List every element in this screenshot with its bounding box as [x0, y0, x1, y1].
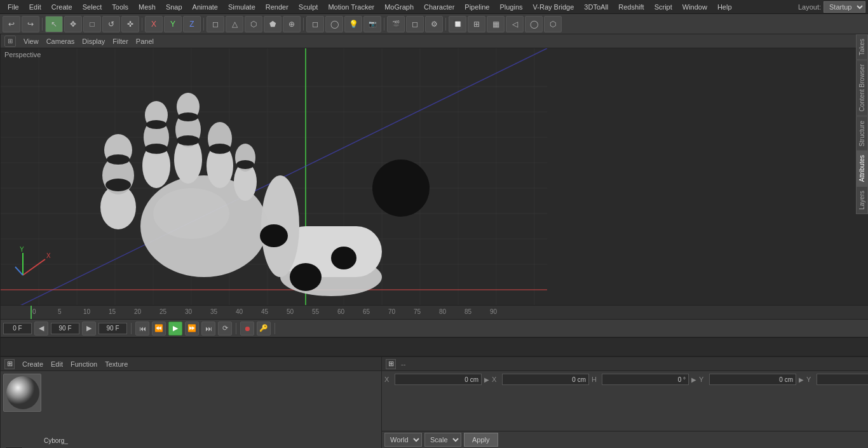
uv-mode-button[interactable]: ⊕ — [283, 16, 301, 32]
edge-mode-button[interactable]: ⬡ — [245, 16, 262, 32]
axis-y-button[interactable]: Y — [164, 16, 182, 32]
tab-layers[interactable]: Layers — [856, 186, 868, 214]
sphere-primitive-button[interactable]: ◯ — [325, 16, 343, 32]
menu-sculpt[interactable]: Sculpt — [294, 2, 323, 12]
mat-menu-function[interactable]: Function — [71, 360, 97, 368]
tab-takes[interactable]: Takes — [856, 34, 868, 60]
menu-character[interactable]: Character — [419, 2, 459, 12]
menu-3dtoall[interactable]: 3DToAll — [579, 2, 613, 12]
coord-y-size-input[interactable] — [817, 374, 868, 385]
move-tool-button[interactable]: ✥ — [64, 16, 82, 32]
coord-x-pos-input[interactable] — [395, 374, 482, 385]
preview-start-input[interactable] — [98, 323, 127, 334]
snap-button[interactable]: 🔲 — [449, 16, 466, 32]
play-btn[interactable]: ▶ — [168, 322, 182, 336]
material-content: Cyborg_ — [1, 371, 381, 448]
mat-menu-create[interactable]: Create — [22, 360, 43, 368]
rotate-tool-button[interactable]: ↺ — [102, 16, 120, 32]
menu-snap[interactable]: Snap — [161, 2, 187, 12]
menu-pipeline[interactable]: Pipeline — [459, 2, 494, 12]
tab-attributes[interactable]: Attributes — [856, 151, 868, 186]
tab-structure[interactable]: Structure — [856, 116, 868, 151]
menu-create[interactable]: Create — [46, 2, 78, 12]
viewport-canvas[interactable]: Perspective X Y Grid Spacing : 10 cm — [1, 48, 868, 305]
record-btn[interactable]: ⏺ — [240, 322, 254, 336]
cube-primitive-button[interactable]: ◻ — [306, 16, 324, 32]
vp-menu-cameras[interactable]: Cameras — [46, 37, 75, 45]
render-view-button[interactable]: 🎬 — [387, 16, 405, 32]
vp-menu-filter[interactable]: Filter — [112, 37, 128, 45]
vp-menu-panel[interactable]: Panel — [136, 37, 154, 45]
prev-keyframe-btn[interactable]: ◀ — [34, 322, 48, 336]
menu-file[interactable]: File — [3, 2, 24, 12]
menu-simulate[interactable]: Simulate — [223, 2, 261, 12]
menu-edit[interactable]: Edit — [24, 2, 46, 12]
scale-select[interactable]: Scale — [424, 433, 461, 447]
transform-tool-button[interactable]: ✜ — [121, 16, 139, 32]
menu-motion-tracker[interactable]: Motion Tracker — [323, 2, 379, 12]
menu-help[interactable]: Help — [712, 2, 737, 12]
solo-button[interactable]: ◯ — [525, 16, 543, 32]
vp-menu-view[interactable]: View — [24, 37, 39, 45]
workplane-button[interactable]: ◁ — [506, 16, 524, 32]
tl-marker-90: 90 — [490, 308, 497, 315]
grid-button[interactable]: ▦ — [487, 16, 505, 32]
coords-panel-icon[interactable]: ⊞ — [386, 359, 396, 369]
svg-point-46 — [177, 135, 200, 146]
menu-render[interactable]: Render — [261, 2, 294, 12]
mat-panel-icon[interactable]: ⊞ — [4, 359, 15, 369]
coord-y-arrow: ▶ — [797, 376, 805, 383]
next-frame-btn[interactable]: ⏩ — [185, 322, 199, 336]
select-tool-button[interactable]: ↖ — [45, 16, 63, 32]
menu-animate[interactable]: Animate — [187, 2, 223, 12]
apply-button[interactable]: Apply — [464, 433, 498, 447]
mat-menu-edit[interactable]: Edit — [51, 360, 63, 368]
point-mode-button[interactable]: △ — [226, 16, 243, 32]
menu-tools[interactable]: Tools — [107, 2, 133, 12]
polygon-mode-button[interactable]: ⬟ — [264, 16, 281, 32]
coord-h-rot-input[interactable] — [602, 374, 689, 385]
world-select[interactable]: World — [384, 433, 422, 447]
redo-button[interactable]: ↪ — [22, 16, 39, 32]
display-button[interactable]: ⬡ — [544, 16, 562, 32]
svg-point-53 — [236, 160, 254, 169]
axis-x-button[interactable]: X — [145, 16, 163, 32]
coord-y-label: Y — [699, 376, 708, 383]
material-thumbnail[interactable] — [3, 374, 41, 412]
render-button[interactable]: ◻ — [406, 16, 424, 32]
menu-plugins[interactable]: Plugins — [494, 2, 527, 12]
loop-btn[interactable]: ⟳ — [218, 322, 232, 336]
timeline-controls: ◀ ▶ ⏮ ⏪ ▶ ⏩ ⏭ ⟳ ⏺ 🔑 ✥ □ ↺ ⬡ ⊞ — [1, 320, 868, 337]
start-frame-input[interactable] — [3, 323, 32, 334]
end-frame-input[interactable] — [51, 323, 79, 334]
timeline-playhead[interactable] — [31, 306, 32, 319]
mat-menu-texture[interactable]: Texture — [105, 360, 128, 368]
object-mode-button[interactable]: ◻ — [207, 16, 224, 32]
camera-button[interactable]: 📷 — [363, 16, 381, 32]
toolbar: ↩ ↪ ↖ ✥ □ ↺ ✜ X Y Z ◻ △ ⬡ ⬟ ⊕ ◻ ◯ 💡 📷 🎬 … — [0, 14, 868, 34]
goto-start-btn[interactable]: ⏮ — [135, 322, 149, 336]
axis-z-button[interactable]: Z — [183, 16, 201, 32]
layout-select[interactable]: Startup — [824, 1, 865, 13]
goto-end-btn[interactable]: ⏭ — [201, 322, 215, 336]
viewport-menu-icon[interactable]: ⊞ — [4, 36, 16, 47]
menu-script[interactable]: Script — [649, 2, 677, 12]
prev-frame-btn[interactable]: ⏪ — [152, 322, 166, 336]
menu-select[interactable]: Select — [78, 2, 107, 12]
undo-button[interactable]: ↩ — [3, 16, 20, 32]
quantize-button[interactable]: ⊞ — [468, 16, 485, 32]
vp-menu-display[interactable]: Display — [82, 37, 105, 45]
scale-tool-button[interactable]: □ — [83, 16, 101, 32]
menu-window[interactable]: Window — [677, 2, 712, 12]
light-button[interactable]: 💡 — [344, 16, 362, 32]
menu-mesh[interactable]: Mesh — [133, 2, 161, 12]
tab-content-browser[interactable]: Content Browser — [856, 60, 868, 116]
preview-start-btn[interactable]: ▶ — [82, 322, 96, 336]
auto-key-btn[interactable]: 🔑 — [257, 322, 271, 336]
menu-vray-bridge[interactable]: V-Ray Bridge — [528, 2, 580, 12]
coord-y-pos-input[interactable] — [709, 374, 796, 385]
render-settings-button[interactable]: ⚙ — [425, 16, 443, 32]
menu-redshift[interactable]: Redshift — [613, 2, 649, 12]
menu-mograph[interactable]: MoGraph — [379, 2, 419, 12]
coord-x-size-input[interactable] — [502, 374, 589, 385]
